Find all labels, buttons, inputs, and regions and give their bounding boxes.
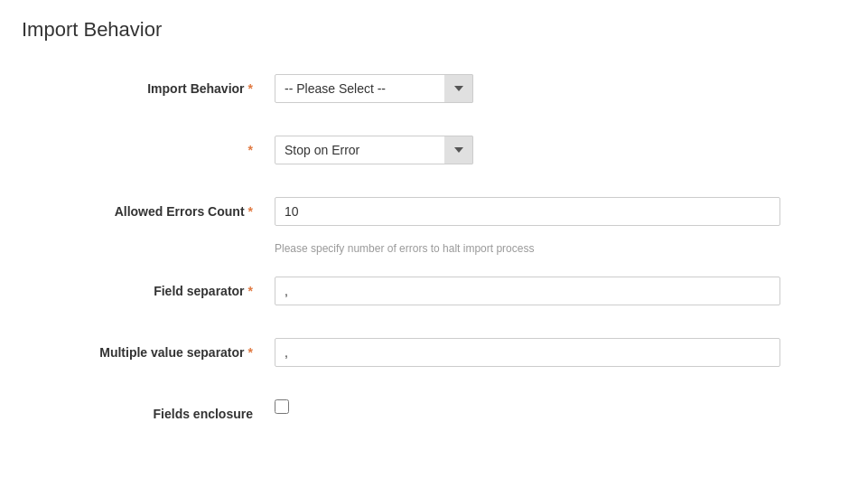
fields-enclosure-checkbox-wrapper [275, 399, 846, 414]
import-behavior-label-col: Import Behavior * [22, 74, 275, 96]
import-behavior-form: Import Behavior * -- Please Select -- Ad… [22, 67, 846, 428]
multiple-value-separator-row: Multiple value separator * [22, 331, 846, 374]
on-error-select[interactable]: Stop on Error Skip Error Entries [275, 136, 473, 164]
fields-enclosure-row: Fields enclosure [22, 392, 846, 428]
allowed-errors-row: Allowed Errors Count * [22, 190, 846, 233]
multiple-value-separator-label-col: Multiple value separator * [22, 338, 275, 360]
on-error-row: * Stop on Error Skip Error Entries [22, 128, 846, 172]
allowed-errors-required: * [248, 204, 253, 219]
field-separator-row: Field separator * [22, 269, 846, 313]
allowed-errors-field-col [275, 197, 846, 226]
on-error-required: * [248, 143, 253, 157]
import-behavior-select-wrapper: -- Please Select -- Add/Update Replace D… [275, 74, 473, 103]
field-separator-required: * [248, 284, 253, 298]
import-behavior-row: Import Behavior * -- Please Select -- Ad… [22, 67, 846, 110]
fields-enclosure-label: Fields enclosure [154, 407, 253, 421]
field-separator-label-col: Field separator * [22, 277, 275, 298]
fields-enclosure-checkbox[interactable] [275, 399, 289, 414]
page-title: Import Behavior [22, 18, 846, 42]
on-error-field-col: Stop on Error Skip Error Entries [275, 136, 846, 164]
allowed-errors-label-col: Allowed Errors Count * [22, 197, 275, 219]
import-behavior-required: * [248, 81, 253, 96]
allowed-errors-label: Allowed Errors Count [115, 204, 245, 219]
allowed-errors-hint-row: Please specify number of errors to halt … [22, 240, 846, 255]
multiple-value-separator-required: * [248, 345, 253, 360]
fields-enclosure-label-col: Fields enclosure [22, 399, 275, 421]
import-behavior-field-col: -- Please Select -- Add/Update Replace D… [275, 74, 846, 103]
on-error-label-col: * [22, 136, 275, 157]
allowed-errors-hint: Please specify number of errors to halt … [275, 240, 534, 255]
import-behavior-label: Import Behavior [147, 81, 244, 96]
import-behavior-select[interactable]: -- Please Select -- Add/Update Replace D… [275, 74, 473, 103]
fields-enclosure-field-col [275, 399, 846, 414]
allowed-errors-input[interactable] [275, 197, 780, 226]
on-error-select-wrapper: Stop on Error Skip Error Entries [275, 136, 473, 164]
field-separator-input[interactable] [275, 277, 780, 305]
field-separator-label: Field separator [154, 284, 244, 298]
hint-offset [22, 240, 275, 255]
field-separator-field-col [275, 277, 846, 305]
multiple-value-separator-input[interactable] [275, 338, 780, 367]
multiple-value-separator-label: Multiple value separator [99, 345, 244, 360]
multiple-value-separator-field-col [275, 338, 846, 367]
